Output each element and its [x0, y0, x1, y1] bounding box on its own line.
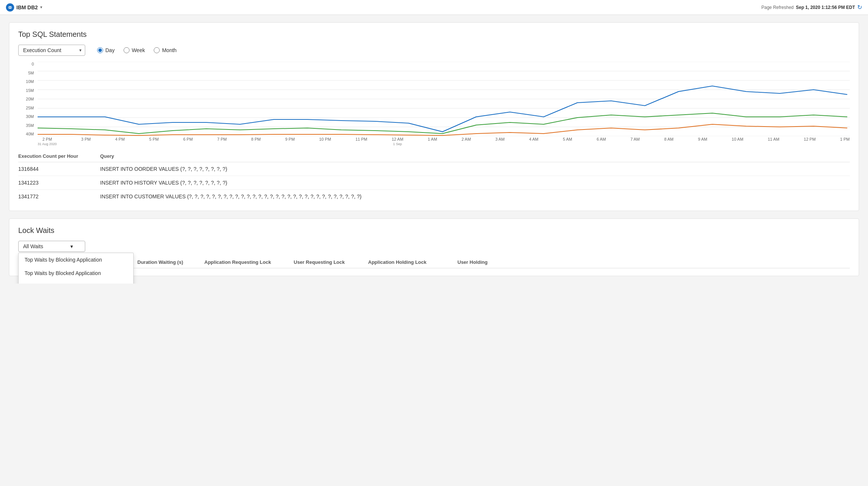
x-label-0: 2 PM31 Aug 2020 [38, 137, 57, 146]
table-row: 1341772 INSERT INTO CUSTOMER VALUES (?, … [18, 190, 850, 204]
lw-col-user-holding: User Holding [457, 259, 492, 265]
x-label-9: 11 PM [355, 137, 367, 146]
x-axis-labels: 2 PM31 Aug 2020 3 PM 4 PM 5 PM 6 PM 7 PM… [38, 137, 850, 146]
svg-point-1 [9, 6, 12, 7]
page-refreshed-label: Page Refreshed [762, 5, 794, 10]
count-cell: 1316844 [18, 162, 100, 176]
top-bar: IBM DB2 ▾ Page Refreshed Sep 1, 2020 1:1… [0, 0, 868, 15]
x-label-19: 9 AM [698, 137, 707, 146]
x-label-12: 2 AM [462, 137, 471, 146]
x-label-11: 1 AM [428, 137, 437, 146]
time-period-radio-group: Day Week Month [97, 47, 176, 53]
metric-dropdown: Execution Count Execution Time Rows Read… [18, 45, 85, 56]
page-refreshed-info: Page Refreshed Sep 1, 2020 1:12:56 PM ED… [762, 4, 862, 11]
table-row: 1341223 INSERT INTO HISTORY VALUES (?, ?… [18, 176, 850, 190]
x-label-2: 4 PM [115, 137, 125, 146]
lock-waits-card: Lock Waits All Waits ▾ Top Waits by Bloc… [9, 218, 859, 276]
sql-statements-title: Top SQL Statements [18, 30, 850, 39]
count-cell: 1341223 [18, 176, 100, 190]
chart-svg [38, 62, 850, 136]
metric-select[interactable]: Execution Count Execution Time Rows Read [18, 45, 85, 56]
table-header-query: Query [100, 150, 850, 162]
x-label-4: 6 PM [183, 137, 193, 146]
dropdown-option-blocked[interactable]: Top Waits by Blocked Application [19, 266, 133, 280]
y-axis-labels: 40M 35M 30M 25M 20M 15M 10M 5M 0 [18, 62, 36, 136]
lw-col-user-requesting: User Requesting Lock [294, 259, 368, 265]
dropdown-option-table[interactable]: Top Waits by Table [19, 280, 133, 284]
radio-week-label: Week [132, 47, 145, 53]
count-cell: 1341772 [18, 190, 100, 204]
lock-waits-dropdown-label: All Waits [23, 243, 43, 249]
x-label-21: 11 AM [768, 137, 779, 146]
x-label-22: 12 PM [804, 137, 816, 146]
x-label-6: 8 PM [251, 137, 261, 146]
x-label-7: 9 PM [285, 137, 295, 146]
radio-week-input[interactable] [124, 47, 130, 53]
radio-week[interactable]: Week [124, 47, 145, 53]
chevron-down-icon[interactable]: ▾ [40, 5, 42, 10]
table-row: 1316844 INSERT INTO OORDER VALUES (?, ?,… [18, 162, 850, 176]
radio-day[interactable]: Day [97, 47, 115, 53]
x-label-13: 3 AM [495, 137, 505, 146]
db-title: IBM DB2 [16, 4, 38, 10]
x-label-23: 1 PM [840, 137, 850, 146]
x-label-20: 10 AM [732, 137, 743, 146]
sql-statements-card: Top SQL Statements Execution Count Execu… [9, 22, 859, 211]
chart-container: 40M 35M 30M 25M 20M 15M 10M 5M 0 [18, 62, 850, 147]
radio-month[interactable]: Month [154, 47, 176, 53]
x-label-17: 7 AM [631, 137, 640, 146]
x-label-8: 10 PM [319, 137, 331, 146]
db-logo [6, 3, 14, 12]
x-label-5: 7 PM [217, 137, 227, 146]
x-label-16: 6 AM [597, 137, 606, 146]
lock-waits-dropdown-container: All Waits ▾ Top Waits by Blocking Applic… [18, 241, 85, 252]
x-label-15: 5 AM [563, 137, 572, 146]
sql-table: Execution Count per Hour Query 1316844 I… [18, 150, 850, 203]
refresh-date: Sep 1, 2020 1:12:56 PM EDT [796, 5, 855, 10]
top-bar-left: IBM DB2 ▾ [6, 3, 42, 12]
controls-row: Execution Count Execution Time Rows Read… [18, 45, 850, 56]
lock-waits-dropdown-menu: Top Waits by Blocking Application Top Wa… [18, 253, 134, 284]
radio-day-label: Day [105, 47, 115, 53]
query-cell: INSERT INTO HISTORY VALUES (?, ?, ?, ?, … [100, 176, 850, 190]
main-content: Top SQL Statements Execution Count Execu… [0, 15, 868, 284]
refresh-icon[interactable]: ↻ [857, 4, 862, 11]
radio-day-input[interactable] [97, 47, 103, 53]
x-label-3: 5 PM [149, 137, 159, 146]
svg-point-4 [9, 7, 12, 9]
x-label-14: 4 AM [529, 137, 538, 146]
lw-col-app-holding: Application Holding Lock [368, 259, 457, 265]
lock-waits-table-header: Schema Locked Table Duration Waiting (s)… [18, 256, 850, 268]
radio-month-input[interactable] [154, 47, 160, 53]
dropdown-option-blocking[interactable]: Top Waits by Blocking Application [19, 253, 133, 266]
x-label-18: 8 AM [664, 137, 673, 146]
lock-waits-title: Lock Waits [18, 226, 850, 235]
radio-month-label: Month [162, 47, 176, 53]
lock-waits-dropdown-arrow: ▾ [70, 243, 73, 249]
lw-col-duration: Duration Waiting (s) [137, 259, 204, 265]
query-cell: INSERT INTO CUSTOMER VALUES (?, ?, ?, ?,… [100, 190, 850, 204]
table-header-count: Execution Count per Hour [18, 150, 100, 162]
x-label-10: 12 AM1 Sep [392, 137, 403, 146]
lock-waits-dropdown-trigger[interactable]: All Waits ▾ [18, 241, 85, 252]
query-cell: INSERT INTO OORDER VALUES (?, ?, ?, ?, ?… [100, 162, 850, 176]
lw-col-app-requesting: Application Requesting Lock [204, 259, 294, 265]
x-label-1: 3 PM [81, 137, 91, 146]
